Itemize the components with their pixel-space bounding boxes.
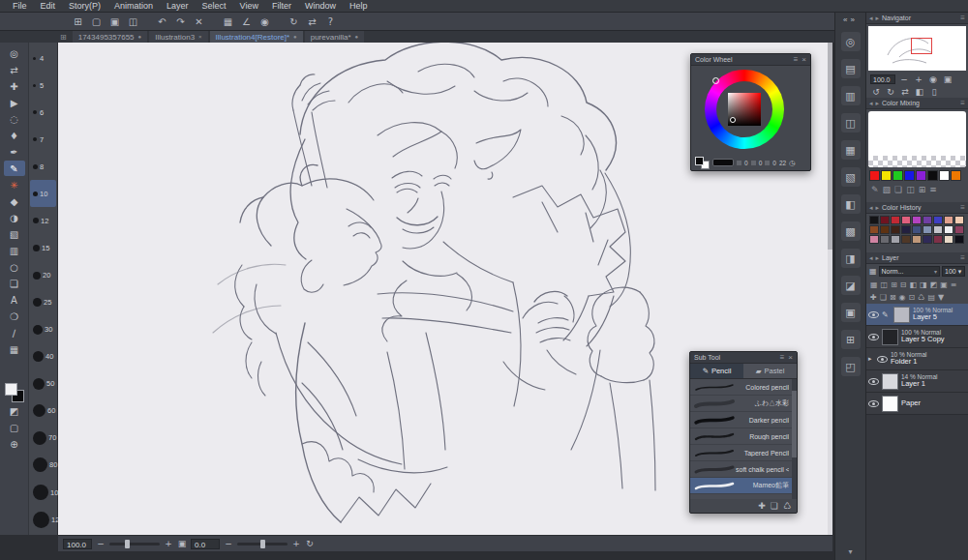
color-history-clock-icon[interactable]: ◷ bbox=[789, 159, 796, 167]
duplicate-brush-icon[interactable]: ❏ bbox=[771, 501, 778, 511]
navigator-header[interactable]: ◂ ▸ Navigator ≡ bbox=[866, 13, 968, 24]
dock-icon-11[interactable]: ⊞ bbox=[841, 330, 861, 349]
history-swatch[interactable] bbox=[880, 225, 890, 234]
tool-frame[interactable]: ❏ bbox=[4, 276, 25, 291]
color-tool-edit-icon[interactable]: ✎ bbox=[871, 185, 879, 194]
drawing-canvas[interactable]: Color Wheel ≡ × bbox=[58, 43, 832, 535]
layer-more-icon[interactable]: ▼ bbox=[938, 293, 944, 302]
layer-row-folder1[interactable]: ▸ 10 % Normal Folder 1 bbox=[866, 348, 968, 370]
history-swatch[interactable] bbox=[901, 225, 911, 234]
layer-panel-header[interactable]: ◂ ▸ Layer ≡ bbox=[866, 252, 968, 264]
size-option-30[interactable]: 30 bbox=[30, 316, 56, 343]
foreground-color-chip[interactable] bbox=[5, 383, 17, 396]
history-swatch[interactable] bbox=[954, 216, 964, 224]
color-wheel-titlebar[interactable]: Color Wheel ≡ × bbox=[691, 54, 810, 66]
nav-actual-size-icon[interactable]: ◉ bbox=[927, 74, 939, 84]
duplicate-layer-icon[interactable]: ❏ bbox=[880, 293, 887, 302]
history-swatch[interactable] bbox=[901, 216, 911, 224]
new-layer-icon[interactable]: ✚ bbox=[870, 293, 877, 302]
window-icon[interactable]: ⊞ bbox=[60, 33, 67, 42]
tool-pen[interactable]: ✒ bbox=[4, 144, 25, 160]
zoom-out-icon[interactable]: − bbox=[96, 539, 106, 548]
history-swatch[interactable] bbox=[912, 225, 922, 234]
visibility-eye-icon[interactable] bbox=[868, 398, 879, 409]
panel-prev-icon[interactable]: ◂ bbox=[869, 15, 873, 22]
history-swatch[interactable] bbox=[944, 235, 953, 244]
history-swatch[interactable] bbox=[933, 235, 943, 244]
swatch-orange[interactable] bbox=[951, 170, 961, 181]
dock-icon-9[interactable]: ◪ bbox=[841, 276, 861, 295]
tool-extra-1[interactable]: ◩ bbox=[4, 403, 25, 419]
scrollbar-thumb[interactable] bbox=[792, 391, 797, 457]
layer-name[interactable]: Layer 5 bbox=[913, 313, 966, 322]
swatch-red[interactable] bbox=[869, 170, 880, 181]
layer-cmd-icon[interactable]: ◨ bbox=[920, 280, 927, 289]
panel-next-icon[interactable]: ▸ bbox=[876, 100, 880, 107]
fit-to-screen-icon[interactable]: ▣ bbox=[177, 539, 187, 548]
history-swatch[interactable] bbox=[923, 235, 932, 244]
tool-zoom[interactable]: ◎ bbox=[4, 45, 25, 61]
size-option-15[interactable]: 15 bbox=[30, 234, 56, 261]
layer-name[interactable]: Folder 1 bbox=[891, 358, 966, 367]
layer-cmd-icon[interactable]: ◧ bbox=[910, 280, 918, 289]
navigator-view-rect[interactable] bbox=[911, 38, 932, 54]
color-mixing-header[interactable]: ◂ ▸ Color Mixing ≡ bbox=[866, 98, 968, 109]
snap-grid-icon[interactable]: ▦ bbox=[220, 15, 236, 29]
swatch-blue[interactable] bbox=[904, 170, 915, 181]
color-tool-menu-icon[interactable]: ≡ bbox=[929, 185, 937, 194]
history-swatch[interactable] bbox=[891, 225, 900, 234]
size-option-50[interactable]: 50 bbox=[30, 370, 56, 398]
rotation-value-field[interactable]: 0.0 bbox=[191, 539, 220, 549]
dock-icon-quick-access[interactable]: ◎ bbox=[841, 32, 861, 51]
menu-file[interactable]: File bbox=[6, 1, 34, 11]
help-icon[interactable]: ? bbox=[322, 15, 339, 29]
size-option-4[interactable]: 4 bbox=[30, 44, 56, 72]
tab-document-2[interactable]: Illustration3 × bbox=[149, 31, 207, 43]
brush-rough-pencil[interactable]: Rough pencil bbox=[690, 428, 797, 445]
layer-row-layer5-copy[interactable]: 100 % Normal Layer 5 Copy bbox=[866, 326, 968, 348]
layer-opacity-field[interactable]: 100 ▾ bbox=[942, 266, 965, 277]
tool-move[interactable]: ✚ bbox=[4, 78, 25, 94]
foreground-background-colors[interactable] bbox=[4, 383, 25, 402]
sub-tool-titlebar[interactable]: Sub Tool ≡ × bbox=[690, 352, 797, 364]
history-swatch[interactable] bbox=[912, 235, 922, 244]
clip-layer-icon[interactable]: ◉ bbox=[899, 293, 906, 302]
rotate-right-icon[interactable]: + bbox=[291, 539, 301, 548]
snap-angle-icon[interactable]: ∠ bbox=[238, 15, 255, 29]
size-option-80[interactable]: 80 bbox=[30, 452, 56, 479]
panel-prev-icon[interactable]: ◂ bbox=[869, 254, 873, 262]
nav-zoom-in-icon[interactable]: + bbox=[913, 74, 924, 84]
dock-icon-3[interactable]: ◫ bbox=[841, 113, 861, 133]
save-icon[interactable]: ◫ bbox=[125, 15, 141, 29]
history-swatch[interactable] bbox=[891, 216, 900, 224]
tool-blend[interactable]: ◑ bbox=[4, 210, 25, 225]
menu-story[interactable]: Story(P) bbox=[62, 1, 107, 11]
menu-edit[interactable]: Edit bbox=[34, 1, 63, 11]
size-option-100[interactable]: 100 bbox=[30, 479, 56, 506]
color-tool-fill-icon[interactable]: ▧ bbox=[883, 185, 892, 194]
panel-menu-icon[interactable]: ≡ bbox=[960, 99, 965, 107]
tool-text[interactable]: A bbox=[4, 292, 25, 308]
size-option-12[interactable]: 12 bbox=[30, 207, 56, 234]
tool-gradient[interactable]: ▥ bbox=[4, 243, 25, 258]
clear-icon[interactable]: ✕ bbox=[191, 15, 207, 29]
size-option-20[interactable]: 20 bbox=[30, 262, 56, 289]
menu-view[interactable]: View bbox=[233, 1, 265, 11]
scrollbar-thumb[interactable] bbox=[828, 43, 832, 250]
size-option-10-selected[interactable]: 10 bbox=[30, 180, 56, 207]
layer-row-paper[interactable]: Paper bbox=[866, 393, 968, 415]
nav-rotate-right-icon[interactable]: ↻ bbox=[885, 87, 896, 97]
brush-soft-chalk-pencil[interactable]: soft chalk pencil <3 bbox=[690, 461, 797, 478]
layer-cmd-icon[interactable]: ◩ bbox=[930, 280, 938, 289]
nav-zoom-out-icon[interactable]: − bbox=[898, 74, 910, 84]
history-swatch[interactable] bbox=[954, 225, 964, 234]
dock-bottom-chevron-icon[interactable]: ▾ bbox=[848, 547, 852, 556]
history-swatch[interactable] bbox=[912, 216, 922, 224]
layer-row-layer5-selected[interactable]: ✎ 100 % Normal Layer 5 bbox=[866, 304, 968, 326]
close-icon[interactable]: × bbox=[802, 55, 806, 64]
zoom-value-field[interactable]: 100.0 bbox=[63, 539, 92, 549]
nav-fit-icon[interactable]: ▣ bbox=[942, 74, 953, 84]
dock-icon-4[interactable]: ▦ bbox=[841, 140, 861, 160]
tool-grid[interactable]: ▦ bbox=[4, 341, 25, 357]
hue-ring[interactable] bbox=[705, 70, 784, 149]
